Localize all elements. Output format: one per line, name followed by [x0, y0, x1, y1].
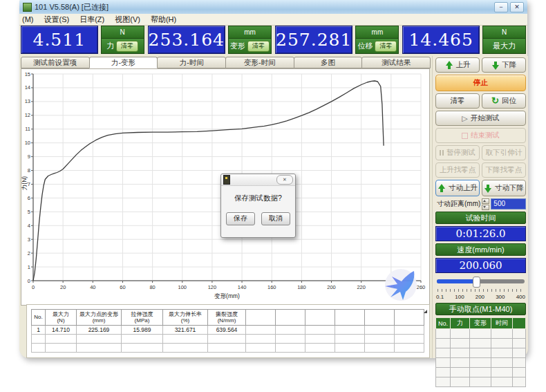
force-value: 4.511 — [21, 26, 98, 54]
start-test-label: 开始测试 — [471, 113, 500, 123]
menu-item[interactable]: 设置(S) — [44, 15, 70, 25]
position-unitbox: mm 位移 清零 — [355, 26, 399, 54]
tab[interactable]: 力-时间 — [157, 57, 226, 68]
up-button[interactable]: 上升 — [435, 57, 480, 73]
manual-table-cell — [491, 368, 513, 377]
results-cell — [365, 326, 395, 335]
svg-text:14: 14 — [25, 84, 30, 91]
svg-text:11: 11 — [25, 126, 30, 132]
jog-distance-input[interactable]: 500 — [491, 198, 526, 209]
remove-extensometer-button[interactable]: 取下引伸计 — [482, 145, 526, 160]
tab[interactable]: 测试前设置项 — [21, 57, 90, 68]
svg-text:10: 10 — [25, 140, 30, 146]
manual-table-cell — [491, 339, 513, 348]
up-button-label: 上升 — [456, 60, 471, 70]
down-button-label: 下降 — [502, 60, 517, 70]
svg-text:力(N): 力(N) — [21, 176, 28, 190]
dialog-save-button[interactable]: 保存 — [226, 212, 255, 225]
svg-text:20: 20 — [60, 284, 66, 290]
dialog-cancel-button[interactable]: 取消 — [261, 212, 290, 225]
end-test-button[interactable]: 结束测试 — [435, 128, 526, 143]
maxforce-label: 最大力 — [493, 41, 516, 51]
down-button[interactable]: 下降 — [482, 57, 526, 73]
results-row[interactable]: 114.710225.16915.989321.671639.564 — [32, 326, 424, 335]
menu-item[interactable]: 帮助(H) — [151, 15, 176, 25]
down-find-zero-button[interactable]: 下降找零点 — [482, 162, 526, 178]
results-header: 撕裂强度(N/mm) — [208, 310, 246, 326]
minimize-button[interactable]: − — [494, 2, 508, 12]
display-row: 4.511 N 力 清零 253.164 mm 变形 清零 — [21, 26, 526, 54]
force-label: 力 — [106, 41, 114, 51]
tab[interactable]: 多图 — [294, 57, 363, 68]
svg-text:1: 1 — [28, 264, 30, 270]
maxforce-display-group: 14.465 N 最大力 — [402, 26, 526, 54]
stop-button[interactable]: 停止 — [435, 75, 526, 91]
play-icon: ▷ — [462, 114, 467, 123]
speed-header: 速度(mm/min) — [435, 243, 526, 256]
results-header-empty — [395, 310, 424, 326]
jog-distance-spinner[interactable] — [482, 198, 489, 210]
pause-test-label: 暂停测试 — [446, 148, 476, 158]
results-row-empty — [32, 335, 424, 344]
down-find-zero-label: 下降找零点 — [486, 165, 523, 175]
svg-text:变形(mm): 变形(mm) — [214, 292, 240, 299]
jog-down-button[interactable]: 寸动下降 — [482, 180, 526, 196]
tab[interactable]: 测试结果 — [361, 57, 431, 68]
test-time-header: 试验时间 — [435, 212, 526, 224]
menu-item[interactable]: 视图(V) — [115, 15, 140, 25]
dialog-titlebar: ✕ — [221, 174, 295, 186]
manual-table-cell — [436, 377, 451, 387]
results-cell — [276, 326, 305, 335]
results-cell — [305, 326, 335, 335]
svg-text:140: 140 — [238, 284, 247, 290]
return-button[interactable]: ↻ 回位 — [482, 93, 526, 109]
dialog-close-button[interactable]: ✕ — [276, 175, 293, 185]
zero-button[interactable]: 清零 — [435, 93, 480, 109]
force-clear-button[interactable]: 清零 — [116, 41, 138, 52]
slider-tick-label: 100 — [455, 294, 464, 301]
deform-clear-button[interactable]: 清零 — [247, 41, 270, 52]
deform-unit: mm — [229, 26, 271, 39]
menu-item[interactable]: (M) — [22, 15, 34, 24]
deform-label: 变形 — [230, 41, 245, 51]
manual-table-header — [513, 318, 526, 329]
maxforce-unit: N — [483, 26, 525, 39]
pause-test-button[interactable]: 暂停测试 — [435, 145, 480, 160]
force-display-group: 4.511 N 力 清零 — [21, 26, 144, 54]
pause-icon — [440, 150, 444, 156]
jog-distance-value: 500 — [491, 199, 525, 209]
tab-row: 测试前设置项力-变形力-时间变形-时间多图测试结果 — [21, 57, 430, 68]
manual-table-cell — [450, 368, 469, 377]
up-find-zero-button[interactable]: 上升找零点 — [435, 162, 480, 178]
table-scroll-arrow[interactable] — [424, 310, 427, 313]
manual-table-cell — [491, 377, 513, 387]
up-arrow-icon — [445, 61, 453, 70]
menubar: (M)设置(S)日率(Z)视图(V)帮助(H) — [19, 14, 527, 26]
manual-table-cell — [513, 329, 526, 339]
position-clear-button[interactable]: 清零 — [375, 41, 397, 52]
force-unitbox: N 力 清零 — [101, 26, 144, 54]
manual-points-header: 手动取点(M1-M40) — [435, 303, 526, 315]
return-arrow-icon: ↻ — [491, 97, 499, 104]
manual-table-cell — [513, 348, 526, 358]
svg-text:0: 0 — [28, 278, 30, 284]
svg-text:15: 15 — [25, 71, 30, 77]
jog-up-button[interactable]: 寸动上升 — [435, 180, 480, 196]
manual-table-cell — [491, 329, 513, 339]
tab[interactable]: 力-变形 — [89, 57, 158, 68]
maxforce-unitbox: N 最大力 — [482, 26, 526, 54]
tab[interactable]: 变形-时间 — [225, 57, 294, 68]
position-display-group: 257.281 mm 位移 清零 — [275, 26, 399, 54]
menu-item[interactable]: 日率(Z) — [79, 15, 104, 25]
manual-table-cell — [436, 348, 451, 358]
jog-up-label: 寸动上升 — [449, 183, 478, 193]
start-test-button[interactable]: ▷ 开始测试 — [435, 111, 526, 126]
results-header: No. — [32, 310, 46, 326]
remove-extensometer-label: 取下引伸计 — [486, 148, 523, 158]
svg-text:8: 8 — [28, 167, 30, 174]
slider-thumb[interactable] — [473, 277, 480, 288]
close-button[interactable]: ✕ — [510, 2, 524, 12]
manual-table-cell — [491, 358, 513, 368]
manual-table-cell — [513, 368, 526, 377]
speed-slider[interactable] — [437, 276, 525, 286]
